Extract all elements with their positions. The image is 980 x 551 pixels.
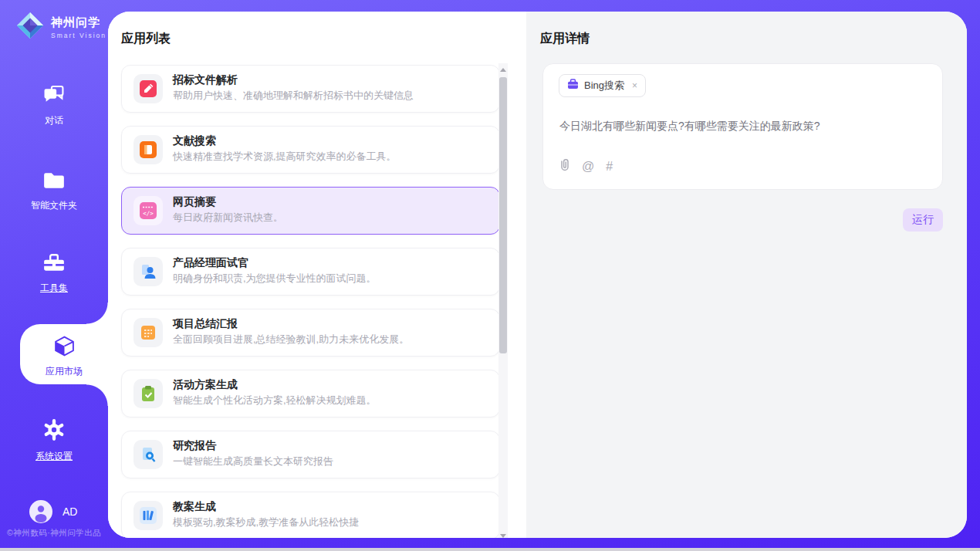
app-description: 一键智能生成高质量长文本研究报告 <box>173 455 333 468</box>
app-name: 研究报告 <box>173 439 216 453</box>
sidebar-item-label: 工具集 <box>40 282 68 295</box>
person-avatar-icon <box>29 500 52 523</box>
app-card-event-plan[interactable]: 活动方案生成 智能生成个性化活动方案,轻松解决规划难题。 <box>121 370 500 417</box>
app-description: 智能生成个性化活动方案,轻松解决规划难题。 <box>173 394 377 407</box>
sidebar-item-chat[interactable]: 对话 <box>0 85 108 127</box>
app-description: 全面回顾项目进展,总结经验教训,助力未来优化发展。 <box>173 333 409 346</box>
brand-tagline: Smart Vision <box>51 32 106 39</box>
app-card-tender-analysis[interactable]: 招标文件解析 帮助用户快速、准确地理解和解析招标书中的关键信息 <box>121 65 500 113</box>
book-icon <box>133 135 163 164</box>
sidebar-item-label: 应用市场 <box>46 365 83 378</box>
user-account[interactable]: AD <box>29 500 77 523</box>
app-name: 招标文件解析 <box>173 73 238 87</box>
app-description: 明确身份和职责,为您提供专业性的面试问题。 <box>173 272 377 286</box>
app-card-research-report[interactable]: 研究报告 一键智能生成高质量长文本研究报告 <box>121 431 500 478</box>
prompt-input[interactable]: 今日湖北有哪些新闻要点?有哪些需要关注的最新政策? <box>559 118 922 134</box>
at-sign-icon[interactable]: @ <box>582 161 594 173</box>
tool-tag-bing-search[interactable]: Bing搜索 × <box>559 74 646 97</box>
sidebar-item-label: 系统设置 <box>35 450 73 463</box>
sidebar-item-label: 智能文件夹 <box>31 199 77 212</box>
note-icon <box>133 318 163 347</box>
person-document-icon <box>133 257 163 286</box>
main-content: 应用列表 招标文件解析 帮助用户快速、准确地理解和解析招标书中的关键信息 <box>108 12 967 538</box>
edit-square-icon <box>133 74 163 103</box>
brand-logo: 神州问学 Smart Vision <box>15 11 106 43</box>
chat-icon <box>42 85 66 109</box>
scrollbar-down-arrow-icon[interactable] <box>500 534 506 538</box>
research-magnifier-icon <box>133 440 163 469</box>
app-card-project-summary[interactable]: 项目总结汇报 全面回顾项目进展,总结经验教训,助力未来优化发展。 <box>121 309 500 357</box>
tool-tag-label: Bing搜索 <box>584 79 624 93</box>
app-list-title: 应用列表 <box>121 31 171 47</box>
app-detail-panel: 应用详情 Bing搜索 × 今日湖北有哪些新闻要点?有哪些需要关注的最新政策? <box>526 12 967 538</box>
app-name: 产品经理面试官 <box>173 256 248 270</box>
sidebar-item-label: 对话 <box>45 114 63 127</box>
app-card-lesson-plan[interactable]: 教案生成 模板驱动,教案秒成,教学准备从此轻松快捷 <box>121 492 500 538</box>
paperclip-icon[interactable] <box>558 157 570 175</box>
window-bottom-edge <box>0 548 980 551</box>
app-description: 帮助用户快速、准确地理解和解析招标书中的关键信息 <box>173 89 414 103</box>
brand-name: 神州问学 <box>51 15 106 30</box>
clipboard-check-icon <box>133 379 163 408</box>
app-name: 活动方案生成 <box>173 378 238 392</box>
app-list: 招标文件解析 帮助用户快速、准确地理解和解析招标书中的关键信息 文献搜索 快速精… <box>121 65 500 538</box>
hash-icon[interactable]: # <box>606 161 613 173</box>
app-name: 网页摘要 <box>173 195 216 209</box>
prompt-input-card[interactable]: Bing搜索 × 今日湖北有哪些新闻要点?有哪些需要关注的最新政策? @ # <box>542 63 943 190</box>
diamond-logo-icon <box>15 11 45 43</box>
scrollbar-up-arrow-icon[interactable] <box>500 68 506 72</box>
app-description: 每日政府新闻资讯快查。 <box>173 211 283 225</box>
app-name: 项目总结汇报 <box>173 317 238 331</box>
gear-icon <box>42 418 66 445</box>
briefcase-icon <box>567 79 579 93</box>
attachment-toolbar: @ # <box>558 157 613 175</box>
browser-code-icon: </> <box>133 196 163 225</box>
app-card-literature-search[interactable]: 文献搜索 快速精准查找学术资源,提高研究效率的必备工具。 <box>121 126 500 174</box>
app-list-panel: 应用列表 招标文件解析 帮助用户快速、准确地理解和解析招标书中的关键信息 <box>108 12 526 538</box>
user-initials: AD <box>63 505 77 518</box>
sidebar-item-settings[interactable]: 系统设置 <box>0 418 108 463</box>
app-detail-title: 应用详情 <box>540 31 590 47</box>
app-list-scrollbar[interactable] <box>498 63 508 538</box>
folder-icon <box>42 171 66 194</box>
copyright-footer: ©神州数码·神州问学出品 <box>0 528 123 539</box>
svg-text:</>: </> <box>143 210 154 217</box>
app-name: 教案生成 <box>173 500 216 514</box>
app-card-pm-interviewer[interactable]: 产品经理面试官 明确身份和职责,为您提供专业性的面试问题。 <box>121 248 500 296</box>
cube-icon <box>53 335 76 360</box>
app-description: 快速精准查找学术资源,提高研究效率的必备工具。 <box>173 150 397 164</box>
app-name: 文献搜索 <box>173 134 216 148</box>
sidebar-item-smart-folder[interactable]: 智能文件夹 <box>0 171 108 212</box>
tab-fillet-bottom <box>86 384 108 406</box>
app-description: 模板驱动,教案秒成,教学准备从此轻松快捷 <box>173 516 359 529</box>
sidebar-item-app-market[interactable]: 应用市场 <box>20 335 108 378</box>
scrollbar-thumb[interactable] <box>499 77 507 353</box>
run-button[interactable]: 运行 <box>903 208 943 232</box>
app-card-web-summary[interactable]: </> 网页摘要 每日政府新闻资讯快查。 <box>121 187 500 235</box>
close-icon[interactable]: × <box>632 80 637 91</box>
sidebar-item-toolset[interactable]: 工具集 <box>0 253 108 295</box>
tab-fillet-top <box>86 303 108 324</box>
toolbox-icon <box>42 253 66 276</box>
books-icon <box>133 501 163 530</box>
